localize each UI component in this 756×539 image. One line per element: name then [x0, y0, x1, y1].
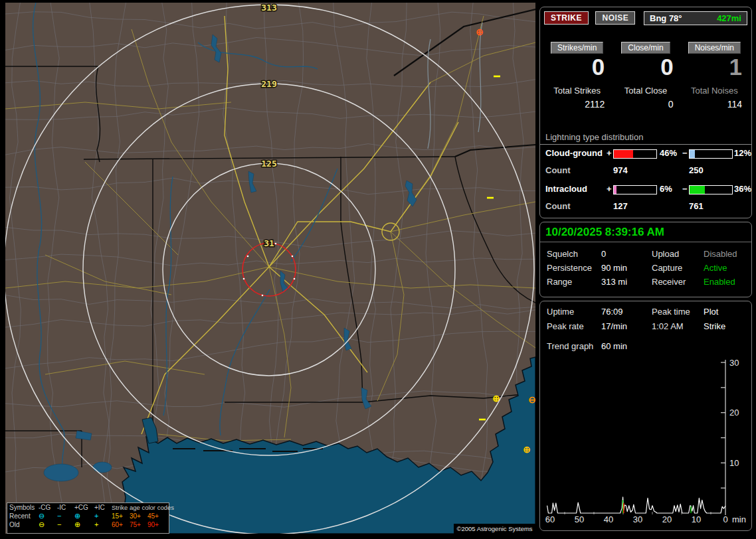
- legend-cell: +: [94, 520, 112, 529]
- legend-cell: Strike age color codes: [112, 503, 165, 512]
- trend-line: [547, 497, 725, 513]
- total-strikes-value: 2112: [545, 99, 609, 110]
- receiver-status: Enabled: [704, 277, 735, 287]
- uptime-label: Uptime: [547, 307, 574, 317]
- intracloud-label: Intracloud: [545, 184, 587, 194]
- legend-cell: +IC: [94, 503, 112, 512]
- legend-cell: −: [57, 520, 74, 529]
- ic-plus-bar: [613, 185, 657, 194]
- legend-cell: -CG: [39, 503, 57, 512]
- strike-mode-button[interactable]: STRIKE: [544, 11, 589, 25]
- ic-minus-pct: 36%: [734, 184, 751, 194]
- map-legend: Symbols-CG-IC+CG+ICStrike age color code…: [7, 502, 169, 534]
- legend-cell: −: [57, 512, 74, 520]
- strike-symbol--CG: ⊖: [528, 394, 535, 405]
- svg-text:0: 0: [723, 514, 727, 524]
- session-row: Uptime 76:09 Peak time Plot: [540, 307, 751, 319]
- lightning-map[interactable]: 313 219 125 31 ⊕⊕⊖⊕ Symbols-CG-IC+CG+ICS…: [5, 3, 535, 534]
- peak-rate-label: Peak rate: [547, 321, 584, 331]
- legend-row: Recent⊖−⊕+15+30+45+: [7, 512, 169, 520]
- legend-cell: -IC: [57, 503, 74, 512]
- svg-text:50: 50: [575, 514, 584, 524]
- noise-mode-button[interactable]: NOISE: [595, 11, 635, 25]
- ic-plus-pct: 6%: [660, 184, 672, 194]
- distribution-title: Lightning type distribution: [540, 132, 751, 145]
- divider: [540, 242, 751, 242]
- cg-minus-bar: [689, 149, 733, 159]
- session-panel: Uptime 76:09 Peak time Plot Peak rate 17…: [539, 301, 752, 531]
- total-strikes-label: Total Strikes: [545, 86, 609, 96]
- stormvue-app: { "header": { "strike_button": "STRIKE",…: [0, 0, 756, 539]
- strike-symbol--IC: [494, 76, 500, 78]
- plot-type-value: Strike: [704, 321, 725, 331]
- legend-cell: 45+: [147, 512, 165, 520]
- ring-label-31: 31: [264, 238, 274, 248]
- uptime-value: 76:09: [601, 307, 623, 317]
- strike-symbol-+CG: ⊕: [492, 393, 500, 404]
- legend-cell: 75+: [130, 520, 147, 529]
- persistence-value: 90 min: [601, 263, 627, 273]
- map-canvas[interactable]: 313 219 125 31 ⊕⊕⊖⊕: [5, 3, 535, 534]
- status-row: Range 313 mi Receiver Enabled: [540, 277, 751, 289]
- svg-text:min: min: [732, 514, 746, 524]
- cg-minus-count: 250: [689, 165, 704, 175]
- cg-plus-pct: 46%: [660, 148, 677, 158]
- svg-text:40: 40: [604, 514, 613, 524]
- range-value: 313 mi: [601, 277, 627, 287]
- svg-text:20: 20: [662, 514, 672, 524]
- status-row: Squelch 0 Upload Disabled: [540, 249, 751, 261]
- trend-graph-label: Trend graph: [547, 341, 593, 351]
- counters-panel: STRIKE NOISE Bng 78° 427mi Strikes/min C…: [539, 7, 752, 218]
- ring-label-313: 313: [261, 3, 276, 13]
- cloud-ground-row: Cloud-ground + 46% − 12%: [540, 148, 751, 160]
- svg-text:10: 10: [729, 458, 739, 468]
- svg-text:10: 10: [692, 514, 701, 524]
- status-row: Persistence 90 min Capture Active: [540, 263, 751, 275]
- trend-graph-row: Trend graph 60 min: [540, 341, 751, 353]
- ring-label-125: 125: [261, 159, 276, 169]
- bearing-display: Bng 78° 427mi: [644, 11, 747, 25]
- legend-row: Old⊖−⊕+60+75+90+: [7, 520, 169, 529]
- legend-cell: 30+: [130, 512, 147, 520]
- total-close-label: Total Close: [614, 86, 677, 96]
- legend-cell: 60+: [112, 520, 130, 529]
- cloud-ground-counts: Count 974 250: [540, 165, 751, 176]
- cg-minus-pct: 12%: [734, 148, 751, 158]
- cg-plus-bar: [613, 149, 657, 159]
- minus-sign: −: [682, 148, 688, 158]
- capture-label: Capture: [652, 263, 682, 273]
- trend-window-value: 60 min: [601, 341, 627, 351]
- legend-cell: +: [94, 512, 112, 520]
- strike-symbol-+CG: ⊕: [523, 444, 531, 455]
- bearing-range: 427mi: [717, 13, 741, 23]
- close-per-min-value: 0: [614, 52, 677, 82]
- svg-text:30: 30: [633, 514, 642, 524]
- cg-plus-count: 974: [613, 165, 628, 175]
- count-label: Count: [545, 165, 571, 175]
- session-row: Peak rate 17/min 1:02 AM Strike: [540, 321, 751, 333]
- legend-cell: ⊖: [39, 520, 57, 529]
- peak-time-header: Peak time: [652, 307, 690, 317]
- count-label: Count: [545, 201, 571, 211]
- noises-per-min-value: 1: [683, 52, 746, 82]
- legend-cell: 90+: [147, 520, 165, 529]
- legend-cell: Symbols: [9, 503, 39, 512]
- cloud-ground-label: Cloud-ground: [545, 148, 603, 158]
- trend-graph: 1020306050403020100min: [540, 357, 753, 528]
- strike-symbol-+CG: ⊕: [476, 27, 484, 37]
- strikes-per-min-value: 0: [545, 52, 609, 82]
- legend-cell: ⊖: [39, 512, 57, 520]
- strike-symbol--IC: [487, 197, 494, 199]
- ring-label-219: 219: [261, 79, 276, 89]
- range-label: Range: [547, 277, 572, 287]
- plot-header: Plot: [704, 307, 718, 317]
- total-noises-value: 114: [683, 99, 746, 110]
- bearing-label: Bng 78°: [650, 13, 682, 23]
- svg-text:20: 20: [729, 408, 739, 418]
- peak-time-value: 1:02 AM: [652, 321, 684, 331]
- peak-rate-value: 17/min: [601, 321, 627, 331]
- total-close-value: 0: [614, 99, 677, 110]
- upload-status: Disabled: [704, 249, 737, 259]
- minus-sign: −: [682, 184, 688, 194]
- squelch-value: 0: [601, 249, 606, 259]
